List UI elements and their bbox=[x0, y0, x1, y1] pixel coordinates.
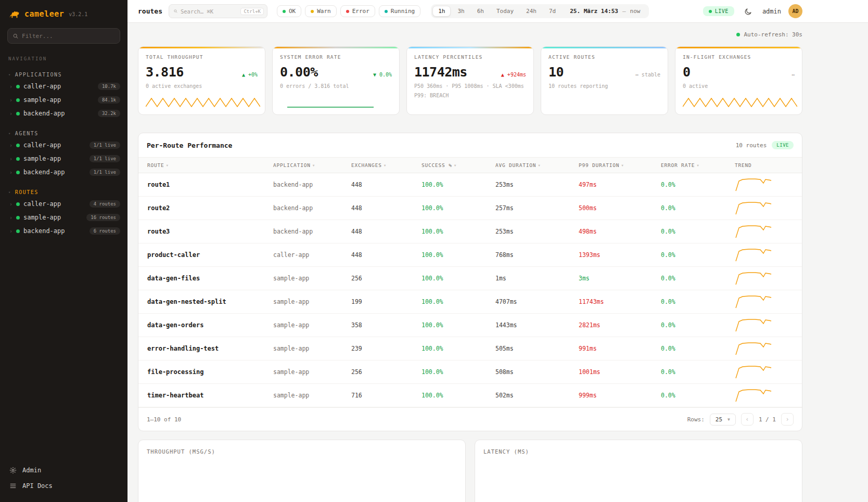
sidebar-item-api-docs[interactable]: API Docs bbox=[9, 482, 118, 490]
docs-icon bbox=[9, 482, 17, 490]
chart-title: LATENCY (MS) bbox=[483, 448, 794, 455]
column-header-success[interactable]: SUCCESS %▼ bbox=[422, 162, 495, 168]
cell-application: caller-app bbox=[273, 251, 351, 259]
throughput-sparkline bbox=[146, 94, 260, 110]
sidebar-item-agent-caller-app[interactable]: › caller-app 1/1 live bbox=[0, 138, 127, 152]
cell-p99-duration: 3ms bbox=[579, 275, 661, 282]
cell-application: sample-app bbox=[273, 275, 351, 282]
cell-exchanges: 239 bbox=[351, 345, 422, 352]
sidebar-item-agent-sample-app[interactable]: › sample-app 1/1 live bbox=[0, 152, 127, 165]
theme-toggle-button[interactable] bbox=[742, 5, 755, 18]
chevron-right-icon: › bbox=[9, 228, 12, 234]
time-range-control: 1h 3h 6h Today 24h 7d 25. März 14:53 — n… bbox=[431, 4, 649, 18]
range-start-datetime: 25. März 14:53 bbox=[570, 8, 618, 15]
range-button-24h[interactable]: 24h bbox=[520, 6, 542, 17]
sidebar-item-routes-caller-app[interactable]: › caller-app 4 routes bbox=[0, 197, 127, 211]
search-shortcut-kbd: Ctrl+K bbox=[240, 8, 264, 15]
prev-page-button[interactable]: ‹ bbox=[741, 413, 754, 426]
table-row[interactable]: data-gen-nested-split sample-app 199 100… bbox=[138, 290, 802, 314]
chip-warn[interactable]: Warn bbox=[305, 5, 337, 17]
chip-running[interactable]: Running bbox=[379, 5, 420, 17]
chevron-down-icon: ▼ bbox=[727, 417, 730, 422]
cell-application: backend-app bbox=[273, 228, 351, 235]
sidebar-item-admin[interactable]: Admin bbox=[9, 467, 118, 474]
chip-ok[interactable]: OK bbox=[277, 5, 301, 17]
sidebar-filter-input[interactable] bbox=[22, 33, 114, 40]
chip-error[interactable]: Error bbox=[340, 5, 375, 17]
column-header-error-rate[interactable]: ERROR RATE▼ bbox=[661, 162, 735, 168]
range-button-3h[interactable]: 3h bbox=[452, 6, 470, 17]
cell-success-rate: 100.0% bbox=[422, 228, 495, 235]
global-search[interactable]: Ctrl+K bbox=[169, 4, 267, 18]
count-badge: 84.1k bbox=[98, 96, 120, 104]
sidebar-item-agent-backend-app[interactable]: › backend-app 1/1 live bbox=[0, 165, 127, 179]
table-body: route1 backend-app 448 100.0% 253ms 497m… bbox=[138, 173, 802, 407]
api-docs-label: API Docs bbox=[22, 482, 53, 490]
sidebar-item-routes-backend-app[interactable]: › backend-app 6 routes bbox=[0, 224, 127, 238]
range-button-6h[interactable]: 6h bbox=[471, 6, 490, 17]
column-header-application[interactable]: APPLICATION▼ bbox=[273, 162, 351, 168]
rows-per-page-select[interactable]: 25 ▼ bbox=[710, 414, 736, 426]
chip-label: Error bbox=[352, 8, 369, 15]
live-status-badge: LIVE bbox=[703, 6, 734, 16]
routes-count-badge: 4 routes bbox=[90, 200, 120, 208]
cell-success-rate: 100.0% bbox=[422, 392, 495, 399]
table-row[interactable]: data-gen-files sample-app 256 100.0% 1ms… bbox=[138, 267, 802, 290]
routes-count-badge: 6 routes bbox=[90, 227, 120, 235]
cell-exchanges: 358 bbox=[351, 321, 422, 329]
avatar[interactable]: AD bbox=[788, 4, 802, 18]
section-header-routes[interactable]: ▾ ROUTES bbox=[0, 187, 127, 197]
status-dot bbox=[16, 98, 20, 102]
table-row[interactable]: timer-heartbeat sample-app 716 100.0% 50… bbox=[138, 384, 802, 407]
section-header-agents[interactable]: ▾ AGENTS bbox=[0, 128, 127, 138]
table-row[interactable]: route1 backend-app 448 100.0% 253ms 497m… bbox=[138, 173, 802, 197]
kpi-card-active-routes: ACTIVE ROUTES 10 ⇔ stable 10 routes repo… bbox=[541, 46, 668, 115]
table-row[interactable]: product-caller caller-app 448 100.0% 768… bbox=[138, 243, 802, 267]
sidebar-item-routes-sample-app[interactable]: › sample-app 16 routes bbox=[0, 211, 127, 224]
nav-section-label: NAVIGATION bbox=[0, 46, 127, 61]
card-accent-bar bbox=[138, 47, 265, 48]
table-row[interactable]: route3 backend-app 448 100.0% 253ms 498m… bbox=[138, 220, 802, 243]
table-header-row: ROUTE▼ APPLICATION▼ EXCHANGES▼ SUCCESS %… bbox=[138, 157, 802, 173]
error-dot bbox=[346, 10, 349, 13]
item-label: caller-app bbox=[23, 83, 61, 90]
cell-success-rate: 100.0% bbox=[422, 345, 495, 352]
kpi-row: TOTAL THROUGHPUT 3.816 ▲ +0% 0 active ex… bbox=[138, 46, 802, 115]
column-header-route[interactable]: ROUTE▼ bbox=[147, 162, 273, 168]
trend-sparkline bbox=[735, 177, 772, 192]
ok-dot bbox=[283, 10, 286, 13]
section-header-applications[interactable]: ▾ APPLICATIONS bbox=[0, 70, 127, 80]
table-row[interactable]: file-processing sample-app 256 100.0% 50… bbox=[138, 361, 802, 384]
count-badge: 10.7k bbox=[98, 83, 120, 90]
search-icon bbox=[13, 33, 18, 39]
item-label: backend-app bbox=[23, 227, 65, 235]
sidebar-item-caller-app[interactable]: › caller-app 10.7k bbox=[0, 80, 127, 93]
next-page-button[interactable]: › bbox=[781, 413, 794, 426]
table-row[interactable]: data-gen-orders sample-app 358 100.0% 14… bbox=[138, 314, 802, 337]
kpi-value: 0.00% bbox=[280, 65, 318, 80]
card-accent-bar bbox=[541, 47, 668, 48]
item-label: caller-app bbox=[23, 200, 61, 208]
range-button-7d[interactable]: 7d bbox=[543, 6, 561, 17]
range-button-1h[interactable]: 1h bbox=[432, 6, 451, 17]
kpi-subtext: P50 360ms · P95 1008ms · SLA <300ms bbox=[414, 83, 526, 89]
table-row[interactable]: error-handling-test sample-app 239 100.0… bbox=[138, 337, 802, 361]
sort-icon: ▼ bbox=[697, 163, 699, 167]
cell-avg-duration: 508ms bbox=[495, 368, 579, 376]
page-content: Auto-refresh: 30s TOTAL THROUGHPUT 3.816… bbox=[127, 23, 868, 502]
sidebar-filter[interactable] bbox=[7, 28, 120, 44]
cell-route-name: route3 bbox=[147, 228, 273, 235]
column-header-avg-duration[interactable]: AVG DURATION▼ bbox=[495, 162, 579, 168]
column-header-p99-duration[interactable]: P99 DURATION▼ bbox=[579, 162, 661, 168]
range-button-today[interactable]: Today bbox=[491, 6, 519, 17]
search-icon bbox=[174, 8, 177, 14]
cell-success-rate: 100.0% bbox=[422, 251, 495, 259]
autorefresh-indicator: Auto-refresh: 30s bbox=[138, 31, 802, 38]
chevron-right-icon: › bbox=[9, 170, 12, 175]
sidebar-item-backend-app[interactable]: › backend-app 32.2k bbox=[0, 107, 127, 120]
global-search-input[interactable] bbox=[181, 8, 238, 15]
column-header-exchanges[interactable]: EXCHANGES▼ bbox=[351, 162, 422, 168]
sidebar-item-sample-app[interactable]: › sample-app 84.1k bbox=[0, 93, 127, 107]
cell-p99-duration: 1393ms bbox=[579, 251, 661, 259]
table-row[interactable]: route2 backend-app 448 100.0% 257ms 500m… bbox=[138, 197, 802, 220]
